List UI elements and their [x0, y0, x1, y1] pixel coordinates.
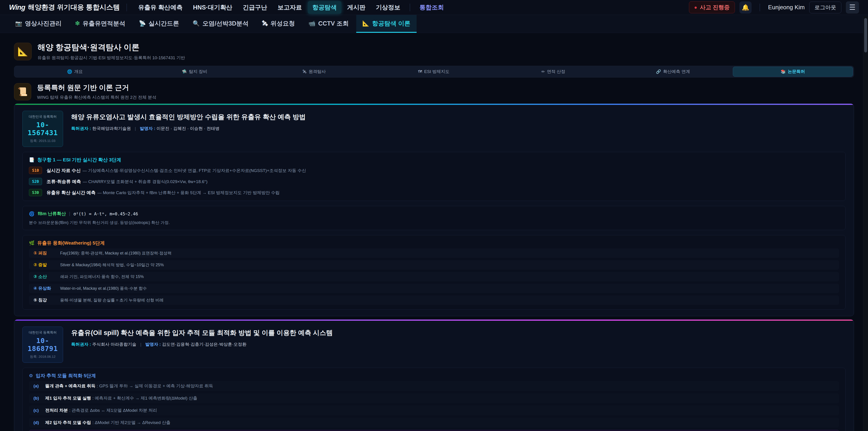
step-key: (a)	[33, 383, 45, 389]
books-icon: 📚	[781, 69, 786, 74]
scrollbar-thumb[interactable]	[864, 18, 867, 53]
step-label: 제2 입자 추적 모델 수립	[45, 420, 91, 425]
weathering-stage-desc: Stiver & Mackay(1984) 해석적 방법, 수일~10일간 약 …	[60, 262, 164, 268]
tab-label: 면적 산정	[547, 69, 565, 74]
globe-icon: 🌐	[67, 69, 72, 74]
optimization-step-a: (a) 뜰개 관측 + 예측자료 취득: GPS 뜰개 투하 → 실제 이동경로…	[29, 381, 839, 391]
nav-item-hns-atmosphere[interactable]: HNS·대기확산	[188, 1, 237, 14]
drone-antenna-icon: 📡	[139, 20, 146, 27]
subtab-aerial-search-theory[interactable]: 📐 항공탐색 이론	[356, 15, 416, 33]
tab-label: ESI 방제지도	[424, 69, 450, 74]
camera-icon: 📷	[15, 20, 22, 27]
incident-status-badge[interactable]: ● 사고 진행중	[689, 1, 735, 13]
tab-label: 탐지 장비	[189, 69, 207, 74]
gear-icon: ⚙	[29, 373, 33, 378]
tab-prediction-link[interactable]: 🔗 확산예측 연계	[613, 67, 733, 76]
hamburger-menu-button[interactable]: ☰	[846, 1, 859, 13]
nav-item-spill-prediction[interactable]: 유출유 확산예측	[133, 1, 187, 14]
weathering-box: 🌿 유출유 풍화(Weathering) 5단계 ① 퍼짐 Fay(1969):…	[22, 235, 846, 310]
tab-detection-equipment[interactable]: 🛸 탐지 장비	[135, 67, 254, 76]
step-label: 조류·취송류 예측	[46, 179, 81, 184]
pencil-icon: ✏	[541, 69, 545, 74]
fbm-description: 분수 브라운운동(fBm) 기반 무작위 확산거리 생성. 등방성(isotro…	[29, 220, 839, 225]
section-title: 등록특허 원문 기반 이론 근거	[37, 83, 156, 92]
meta-separator: |	[140, 342, 141, 347]
optimization-box: ⚙ 입자 추적 모듈 최적화 5단계 (a) 뜰개 관측 + 예측자료 취득: …	[22, 368, 846, 431]
step-label: 전처리 차분	[45, 408, 68, 413]
subtab-photo-management[interactable]: 📷 영상사진관리	[9, 15, 68, 33]
tab-area-calculation[interactable]: ✏ 면적 산정	[494, 67, 613, 76]
optimization-step-c: (c) 전처리 차분: 관측경로 Δobs ↔ 제1모델 ΔModel 차분 처…	[29, 405, 839, 415]
nav-item-emergency-rescue[interactable]: 긴급구난	[238, 1, 272, 14]
weathering-row-sedimentation: ⑤ 침강 용해·미생물 분해, 질량 손실률 = 초기 누유량에 선형 비례	[29, 296, 839, 305]
subtab-realtime-drone[interactable]: 📡 실시간드론	[133, 15, 185, 33]
step-desc: : 관측경로 Δobs ↔ 제1모델 ΔModel 차분 처리	[69, 408, 157, 413]
tab-overview[interactable]: 🌐 개요	[15, 67, 135, 76]
subtab-pollution-ship-3d[interactable]: 🔍 오염/선박3D분석	[186, 15, 254, 33]
top-nav: Wing 해양환경 위기대응 통합시스템 유출유 확산예측 HNS·대기확산 긴…	[0, 0, 868, 15]
app-logo[interactable]: Wing 해양환경 위기대응 통합시스템	[9, 3, 120, 12]
subtab-cctv[interactable]: 📹 CCTV 조회	[303, 15, 355, 33]
patent-card-1: 대한민국 등록특허 10-1567431 등록: 2015.11.03 해양 유…	[14, 103, 854, 316]
patent-reg-date: 등록: 2015.11.03	[24, 139, 61, 143]
step-badge: S30	[29, 189, 42, 196]
weathering-title: 유출유 풍화(Weathering) 5단계	[37, 240, 105, 246]
fbm-formula-line: 🌀 fBm 난류확산 | σ²(t) = A·tᵐ, m=0.45~2.46	[29, 211, 839, 217]
patent-number: 10-1567431	[24, 121, 61, 137]
patent-1-header: 대한민국 등록특허 10-1567431 등록: 2015.11.03 해양 유…	[22, 111, 846, 147]
tab-label: 논문특허	[788, 69, 805, 74]
tab-esi-map[interactable]: 🗺 ESI 방제지도	[374, 67, 493, 76]
step-desc: — 기상예측시스템·위성영상수신시스템·검조소 인터넷 연결, FTP로 기상자…	[83, 168, 306, 173]
patent-title: 유출유(Oil spill) 확산 예측을 위한 입자 추적 모듈 최적화 방법…	[71, 329, 333, 337]
fbm-divider: |	[69, 211, 70, 216]
subtab-label: 항공탐색 이론	[372, 20, 410, 28]
step-desc: : ΔModel 기반 제2모델 → ΔRevised 산출	[92, 420, 170, 425]
subtab-label: 위성요청	[271, 20, 295, 28]
meta-separator: |	[135, 126, 136, 131]
patent-country: 대한민국 등록특허	[24, 115, 61, 119]
weathering-stage-label: ⑤ 침강	[33, 297, 60, 303]
patent-card-2: 대한민국 등록특허 10-1868791 등록: 2018.06.12 유출유(…	[14, 319, 854, 431]
fbm-label: fBm 난류확산	[38, 211, 66, 217]
tab-papers-patents[interactable]: 📚 논문특허	[733, 67, 853, 76]
nav-item-aerial-search[interactable]: 항공탐색	[308, 1, 341, 14]
nav-divider-2	[410, 4, 410, 11]
subtab-label: 실시간드론	[149, 20, 179, 28]
weathering-row-emulsification: ④ 유상화 Water-in-oil, Mackay et al.(1980) …	[29, 284, 839, 293]
owner-label: 특허권자 :	[71, 342, 91, 347]
tab-label: 확산예측 연계	[663, 69, 690, 74]
patent-meta: 특허권자 : 한국해양과학기술원 | 발명자 : 이문진 · 김혜진 · 이승현…	[71, 126, 306, 131]
logout-button[interactable]: 로그아웃	[809, 2, 841, 13]
subtab-oil-area-analysis[interactable]: ❇ 유출유면적분석	[69, 15, 131, 33]
tab-remote-sensing[interactable]: 🛰 원격탐사	[254, 67, 374, 76]
nav-item-board[interactable]: 게시판	[343, 1, 370, 14]
tab-label: 개요	[74, 69, 83, 74]
nav-item-weather[interactable]: 기상정보	[371, 1, 405, 14]
optimization-step-e: (e) 최적화 알고리즘 적용: ΔRevised ↔ Δobs 비교 → GA…	[29, 430, 839, 431]
step-badge: S10	[29, 167, 42, 174]
optimization-step-d: (d) 제2 입자 추적 모델 수립: ΔModel 기반 제2모델 → ΔRe…	[29, 418, 839, 428]
weathering-row-spreading: ① 퍼짐 Fay(1969): 중력-관성력, Mackay et al.(19…	[29, 248, 839, 258]
topnav-right: ● 사고 진행중 🔔 Eunjeong Kim 로그아웃 ☰	[689, 1, 859, 13]
optimization-title: 입자 추적 모듈 최적화 5단계	[36, 372, 96, 379]
triangle-ruler-icon: 📐	[362, 20, 369, 27]
optimization-header: ⚙ 입자 추적 모듈 최적화 5단계	[29, 372, 839, 379]
subtab-satellite-request[interactable]: 🛰 위성요청	[256, 15, 301, 33]
page-header: 📐 해양 항공탐색·원격탐사 이론 유출유 원격탐지·항공감시 기법·ESI 방…	[14, 42, 854, 61]
subtab-label: 유출유면적분석	[83, 20, 125, 28]
fbm-formula: σ²(t) = A·tᵐ, m=0.45~2.46	[73, 211, 138, 216]
video-camera-icon: 📹	[309, 20, 315, 27]
notification-button[interactable]: 🔔	[739, 1, 752, 13]
nav-item-reports[interactable]: 보고자료	[273, 1, 307, 14]
page-scrollbar[interactable]	[863, 16, 868, 431]
patent-reg-date: 등록: 2018.06.12	[24, 355, 61, 359]
step-desc: — Monte Carlo 입자추적 + fBm 난류확산 + 풍화 5단계 →…	[97, 190, 280, 195]
nav-item-integrated-search[interactable]: 통합조회	[415, 1, 448, 14]
step-label: 뜰개 관측 + 예측자료 취득	[45, 383, 95, 388]
optimization-step-b: (b) 제1 입자 추적 모델 실행: 예측자료 + 확산계수 → 제1 예측변…	[29, 393, 839, 403]
inventor-label: 발명자 :	[140, 126, 155, 131]
hamburger-icon: ☰	[849, 3, 856, 11]
weathering-header: 🌿 유출유 풍화(Weathering) 5단계	[29, 240, 839, 246]
weathering-stage-desc: 용해·미생물 분해, 질량 손실률 = 초기 누유량에 선형 비례	[60, 298, 164, 303]
weathering-stage-desc: Water-in-oil, Mackay et al.(1980) 풍속·수분 …	[60, 286, 147, 291]
